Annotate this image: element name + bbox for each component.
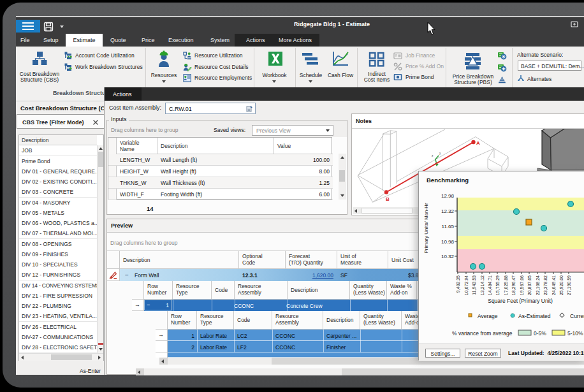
svg-text:Average: Average [478, 313, 498, 319]
svg-text:20,837.65: 20,837.65 [527, 275, 532, 295]
svg-text:10,672.94: 10,672.94 [464, 275, 469, 295]
svg-text:27,190.59: 27,190.59 [567, 275, 571, 295]
svg-text:12.98: 12.98 [441, 193, 455, 199]
svg-text:10.32: 10.32 [441, 254, 455, 259]
svg-text:10.98: 10.98 [441, 239, 455, 245]
svg-text:9,402.35: 9,402.35 [456, 275, 460, 293]
svg-text:18,296.47: 18,296.47 [511, 275, 516, 295]
svg-text:Primary Units/ Man-Hr: Primary Units/ Man-Hr [423, 203, 429, 253]
svg-text:Square Feet (Primary Unit): Square Feet (Primary Unit) [488, 298, 553, 304]
svg-text:% variance from average: % variance from average [452, 330, 513, 337]
svg-text:17,025.88: 17,025.88 [504, 275, 508, 295]
svg-text:11.65: 11.65 [442, 224, 455, 229]
svg-text:25,920.00: 25,920.00 [559, 275, 564, 295]
svg-text:15,755.29: 15,755.29 [495, 275, 500, 295]
svg-text:0-5%: 0-5% [534, 330, 546, 337]
svg-text:14,484.71: 14,484.71 [488, 275, 492, 295]
svg-text:A: A [476, 140, 480, 146]
svg-text:5-10%: 5-10% [567, 330, 583, 337]
svg-text:B: B [386, 196, 390, 202]
svg-text:Current: Current [570, 313, 584, 319]
svg-text:19,567.06: 19,567.06 [520, 275, 524, 295]
svg-text:As-Estimated: As-Estimated [518, 313, 551, 319]
svg-text:12.32: 12.32 [441, 208, 455, 214]
svg-text:22,108.24: 22,108.24 [536, 275, 540, 295]
svg-text:23,378.82: 23,378.82 [543, 275, 548, 295]
svg-text:11,943.53: 11,943.53 [472, 275, 476, 295]
svg-text:z: z [432, 154, 434, 157]
svg-text:24,649.41: 24,649.41 [551, 275, 556, 295]
svg-text:y: y [439, 151, 441, 155]
svg-text:13,214.12: 13,214.12 [480, 275, 485, 295]
